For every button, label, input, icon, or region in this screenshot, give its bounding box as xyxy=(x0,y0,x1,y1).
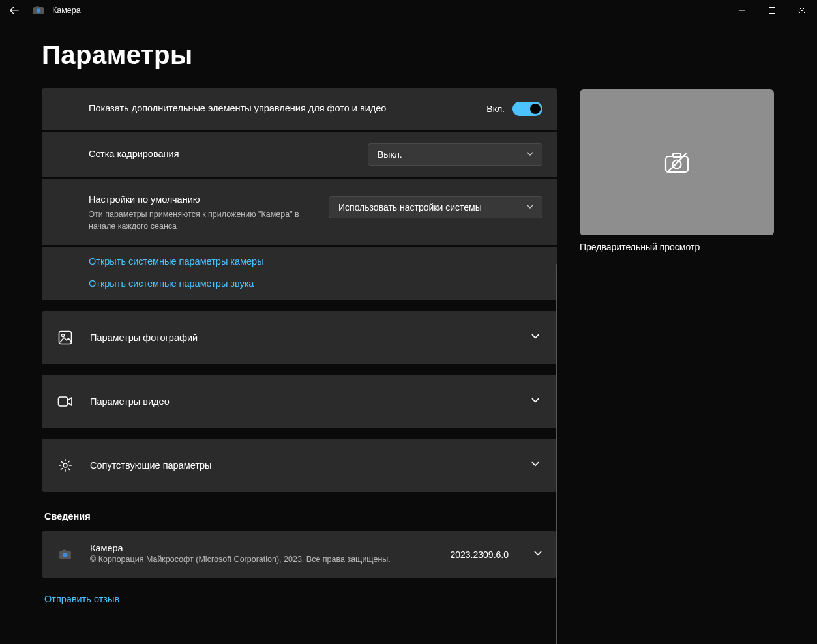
gear-icon xyxy=(56,458,74,473)
related-settings-expander[interactable]: Сопутствующие параметры xyxy=(42,439,557,492)
page-title: Параметры xyxy=(42,40,817,70)
setting-defaults: Настройки по умолчанию Эти параметры при… xyxy=(42,179,557,245)
title-bar: Камера xyxy=(0,0,817,21)
expander-label: Параметры фотографий xyxy=(90,332,515,343)
close-icon xyxy=(799,7,805,14)
chevron-down-icon xyxy=(533,549,542,561)
svg-point-1 xyxy=(37,8,40,12)
setting-label: Сетка кадрирования xyxy=(89,147,368,162)
image-icon xyxy=(56,330,74,345)
arrow-left-icon xyxy=(10,6,19,15)
select-value: Выкл. xyxy=(378,149,402,160)
about-copyright: © Корпорация Майкрософт (Microsoft Corpo… xyxy=(90,553,403,565)
preview-column: Предварительный просмотр xyxy=(580,88,775,644)
svg-rect-15 xyxy=(673,153,681,157)
camera-off-icon xyxy=(664,151,690,173)
svg-point-12 xyxy=(63,553,67,557)
chevron-down-icon xyxy=(531,396,542,407)
chevron-down-icon xyxy=(526,202,534,212)
chevron-down-icon xyxy=(531,460,542,471)
setting-advanced-controls: Показать дополнительные элементы управле… xyxy=(42,88,557,130)
video-icon xyxy=(56,395,74,408)
send-feedback-link[interactable]: Отправить отзыв xyxy=(44,594,557,604)
svg-point-8 xyxy=(62,334,65,337)
app-title: Камера xyxy=(52,6,81,15)
open-camera-settings-link[interactable]: Открыть системные параметры камеры xyxy=(89,256,542,267)
minimize-icon xyxy=(739,7,745,14)
svg-rect-13 xyxy=(63,549,67,551)
about-version: 2023.2309.6.0 xyxy=(450,549,509,560)
setting-label: Настройки по умолчанию xyxy=(89,192,329,207)
video-settings-expander[interactable]: Параметры видео xyxy=(42,375,557,428)
advanced-controls-toggle[interactable] xyxy=(512,102,542,116)
chevron-down-icon xyxy=(526,149,534,160)
setting-label: Показать дополнительные элементы управле… xyxy=(89,101,402,116)
maximize-button[interactable] xyxy=(757,0,787,21)
open-sound-settings-link[interactable]: Открыть системные параметры звука xyxy=(89,278,542,289)
about-heading: Сведения xyxy=(44,511,557,521)
about-expander[interactable]: Камера © Корпорация Майкрософт (Microsof… xyxy=(42,531,557,577)
back-button[interactable] xyxy=(3,0,26,21)
settings-column: Показать дополнительные элементы управле… xyxy=(42,88,557,644)
page-body: Параметры Показать дополнительные элемен… xyxy=(0,21,817,644)
minimize-button[interactable] xyxy=(727,0,757,21)
app-identity: Камера xyxy=(26,5,81,16)
svg-rect-4 xyxy=(769,8,775,14)
framing-grid-select[interactable]: Выкл. xyxy=(368,143,542,166)
expander-label: Параметры видео xyxy=(90,396,515,407)
camera-preview xyxy=(580,89,774,235)
photo-settings-expander[interactable]: Параметры фотографий xyxy=(42,311,557,364)
close-button[interactable] xyxy=(787,0,817,21)
preview-label: Предварительный просмотр xyxy=(580,242,775,252)
setting-framing-grid: Сетка кадрирования Выкл. xyxy=(42,132,557,177)
svg-point-10 xyxy=(63,464,67,468)
svg-rect-2 xyxy=(36,6,39,8)
select-value: Использовать настройки системы xyxy=(338,202,482,212)
setting-sublabel: Эти параметры применяются к приложению "… xyxy=(89,209,304,232)
system-links-row: Открыть системные параметры камеры Откры… xyxy=(42,247,557,300)
toggle-state-text: Вкл. xyxy=(486,104,505,114)
svg-point-16 xyxy=(673,160,681,169)
expander-label: Сопутствующие параметры xyxy=(90,460,515,471)
svg-rect-9 xyxy=(59,397,68,406)
window-controls xyxy=(727,0,817,21)
about-app-name: Камера xyxy=(90,543,434,553)
camera-app-icon xyxy=(56,548,74,561)
maximize-icon xyxy=(769,7,775,14)
scrollbar[interactable] xyxy=(556,264,557,644)
camera-app-icon xyxy=(33,5,44,16)
chevron-down-icon xyxy=(531,332,542,344)
defaults-select[interactable]: Использовать настройки системы xyxy=(329,196,542,218)
